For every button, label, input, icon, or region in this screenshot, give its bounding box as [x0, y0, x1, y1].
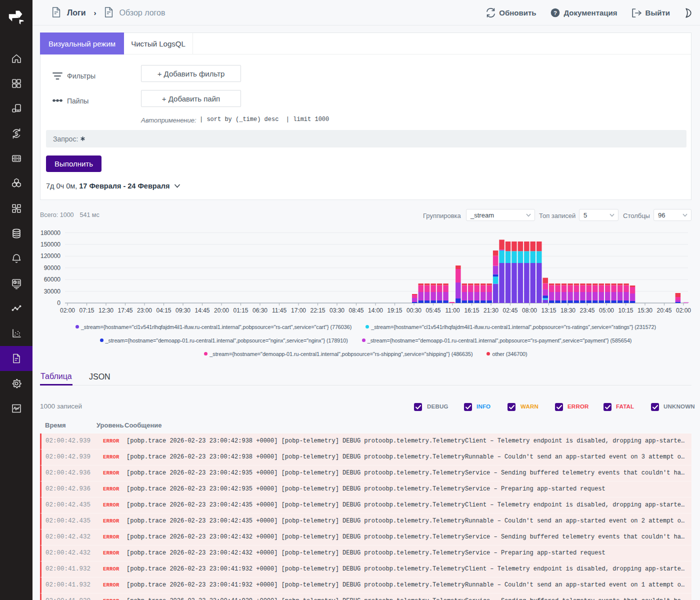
svg-text:19:15: 19:15: [387, 307, 402, 314]
svg-text:16:15: 16:15: [464, 307, 479, 314]
svg-text:0: 0: [57, 300, 60, 306]
svg-text:02:00: 02:00: [676, 307, 691, 314]
svg-text:30000: 30000: [44, 288, 61, 295]
svg-text:08:45: 08:45: [348, 307, 364, 314]
svg-text:09:30: 09:30: [176, 307, 190, 314]
svg-text:20:45: 20:45: [656, 307, 672, 314]
svg-text:02:00: 02:00: [60, 307, 75, 314]
svg-text:17:00: 17:00: [291, 307, 306, 314]
svg-text:90000: 90000: [44, 264, 61, 272]
svg-text:150000: 150000: [40, 241, 60, 248]
svg-text:12:30: 12:30: [98, 307, 114, 314]
svg-text:60000: 60000: [44, 276, 61, 283]
svg-text:06:30: 06:30: [252, 307, 268, 314]
svg-text:08:00: 08:00: [522, 307, 537, 314]
svg-text:03:30: 03:30: [330, 307, 344, 314]
svg-text:13:15: 13:15: [541, 307, 556, 314]
svg-text:14:00: 14:00: [368, 307, 383, 314]
svg-text:11:45: 11:45: [272, 307, 286, 314]
svg-text:10:15: 10:15: [618, 307, 633, 314]
svg-text:?: ?: [554, 10, 557, 16]
svg-text:11:00: 11:00: [445, 307, 460, 314]
svg-text:05:00: 05:00: [599, 307, 614, 314]
svg-text:23:00: 23:00: [137, 307, 152, 314]
svg-text:180000: 180000: [40, 230, 60, 236]
svg-text:05:45: 05:45: [426, 307, 440, 314]
svg-text:04:15: 04:15: [156, 307, 171, 314]
svg-text:18:30: 18:30: [560, 307, 576, 314]
svg-text:17:45: 17:45: [118, 307, 132, 314]
svg-text:15:30: 15:30: [638, 307, 652, 314]
svg-text:21:30: 21:30: [484, 307, 498, 314]
svg-text:01:15: 01:15: [233, 307, 248, 314]
svg-text:23:45: 23:45: [580, 307, 594, 314]
svg-text:02:45: 02:45: [502, 307, 518, 314]
svg-text:07:15: 07:15: [79, 307, 94, 314]
svg-text:14:45: 14:45: [194, 307, 210, 314]
svg-text:00:30: 00:30: [406, 307, 422, 314]
svg-text:120000: 120000: [40, 252, 60, 260]
svg-text:22:15: 22:15: [310, 307, 325, 314]
svg-text:20:00: 20:00: [214, 307, 229, 314]
